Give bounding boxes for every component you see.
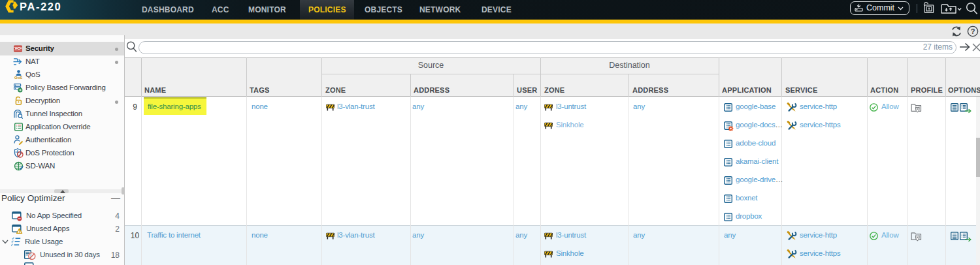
svg-text:?: ?: [971, 27, 975, 35]
svg-text:QoS: QoS: [14, 76, 22, 80]
